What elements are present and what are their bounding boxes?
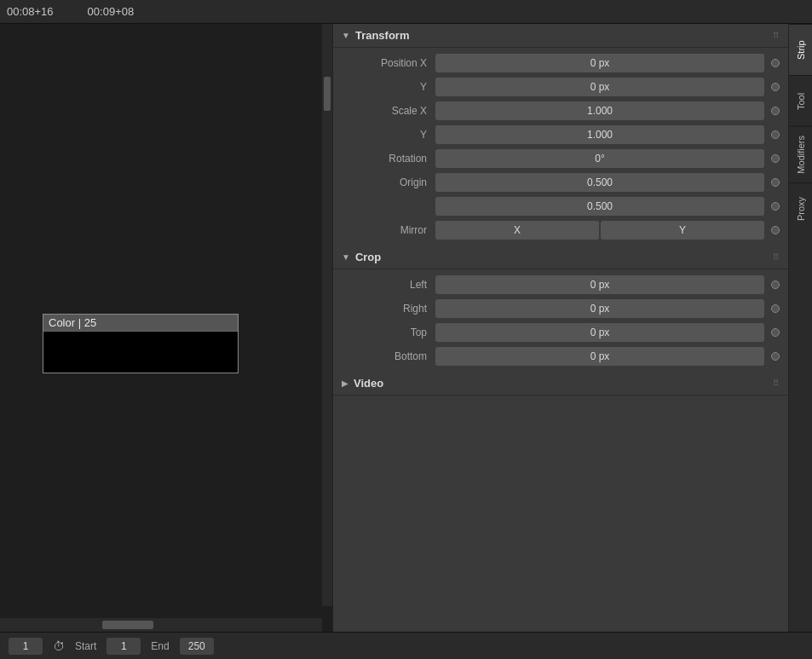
scale-y-keyframe-dot[interactable]: [771, 130, 780, 139]
origin-y-row: [333, 194, 788, 218]
timeline-header: 00:08+16 00:09+08: [0, 0, 812, 24]
preview-hscroll[interactable]: [0, 618, 322, 632]
tab-modifiers-label: Modifiers: [796, 136, 806, 174]
position-x-row: Position X: [333, 51, 788, 75]
transform-section-title: Transform: [355, 29, 768, 42]
scale-y-row: Y: [333, 123, 788, 147]
scale-x-keyframe-dot[interactable]: [771, 107, 780, 115]
position-y-label: Y: [350, 81, 435, 93]
end-label: End: [151, 640, 169, 652]
video-section-header[interactable]: ▶ Video ⠿: [333, 372, 788, 396]
origin-x-input[interactable]: [435, 173, 764, 192]
crop-left-label: Left: [350, 279, 435, 291]
crop-right-label: Right: [350, 303, 435, 315]
scale-x-input[interactable]: [435, 101, 764, 120]
preview-scrollbar[interactable]: [322, 24, 332, 606]
video-chevron-icon: ▶: [342, 379, 348, 388]
tab-strip-label: Strip: [796, 40, 806, 60]
position-y-input[interactable]: [435, 78, 764, 96]
preview-panel: Color | 25: [0, 24, 332, 632]
crop-left-row: Left: [333, 273, 788, 297]
origin-label: Origin: [350, 176, 435, 188]
main-area: Color | 25 ▼ Transform ⠿ Position X: [0, 24, 812, 632]
preview-canvas: Color | 25: [0, 24, 332, 632]
crop-left-input[interactable]: [435, 275, 764, 294]
preview-hscroll-thumb[interactable]: [102, 621, 153, 629]
position-y-keyframe-dot[interactable]: [771, 83, 780, 91]
crop-chevron-icon: ▼: [342, 252, 350, 262]
timeline-time-2: 00:09+08: [88, 5, 135, 18]
position-y-row: Y: [333, 75, 788, 99]
color-strip-label: Color | 25: [43, 315, 238, 332]
current-frame-field[interactable]: 1: [9, 638, 43, 655]
transform-section-dots: ⠿: [773, 31, 780, 40]
start-frame-field[interactable]: 1: [107, 638, 141, 655]
position-x-input[interactable]: [435, 54, 764, 72]
crop-right-input[interactable]: [435, 299, 764, 318]
crop-top-keyframe-dot[interactable]: [771, 328, 780, 337]
origin-x-keyframe-dot[interactable]: [771, 178, 780, 187]
mirror-x-button[interactable]: X: [435, 221, 599, 240]
mirror-buttons: X Y: [435, 221, 764, 240]
tab-strip[interactable]: Strip: [789, 24, 812, 75]
video-section-title: Video: [354, 377, 768, 390]
origin-x-row: Origin: [333, 171, 788, 194]
transform-section-body: Position X Y Scale X Y: [333, 48, 788, 246]
rotation-label: Rotation: [350, 153, 435, 165]
crop-section-body: Left Right Top Bottom: [333, 269, 788, 372]
properties-panel: ▼ Transform ⠿ Position X Y Scale X: [332, 24, 788, 632]
crop-bottom-keyframe-dot[interactable]: [771, 352, 780, 361]
rotation-keyframe-dot[interactable]: [771, 154, 780, 163]
rotation-row: Rotation: [333, 147, 788, 171]
position-x-label: Position X: [350, 57, 435, 69]
end-frame-field[interactable]: 250: [180, 638, 214, 655]
timer-icon: ⏱: [53, 639, 65, 653]
start-label: Start: [75, 640, 96, 652]
color-strip-swatch: [43, 332, 238, 373]
crop-top-row: Top: [333, 321, 788, 344]
rotation-input[interactable]: [435, 149, 764, 168]
timeline-time-1: 00:08+16: [7, 5, 54, 18]
crop-section-dots: ⠿: [773, 252, 780, 262]
crop-right-keyframe-dot[interactable]: [771, 304, 780, 313]
crop-bottom-label: Bottom: [350, 350, 435, 362]
position-x-keyframe-dot[interactable]: [771, 59, 780, 67]
origin-y-input[interactable]: [435, 197, 764, 216]
preview-scrollbar-thumb[interactable]: [324, 77, 331, 111]
tab-tool[interactable]: Tool: [789, 75, 812, 126]
transform-chevron-icon: ▼: [342, 31, 350, 40]
color-strip[interactable]: Color | 25: [43, 314, 239, 373]
tab-proxy[interactable]: Proxy: [789, 182, 812, 234]
mirror-row: Mirror X Y: [333, 218, 788, 242]
crop-left-keyframe-dot[interactable]: [771, 280, 780, 289]
scale-y-label: Y: [350, 129, 435, 141]
crop-bottom-input[interactable]: [435, 347, 764, 366]
tab-panel: Strip Tool Modifiers Proxy: [788, 24, 812, 632]
crop-section-header[interactable]: ▼ Crop ⠿: [333, 246, 788, 269]
crop-top-input[interactable]: [435, 323, 764, 342]
origin-y-keyframe-dot[interactable]: [771, 202, 780, 211]
bottom-bar: 1 ⏱ Start 1 End 250: [0, 632, 812, 659]
crop-right-row: Right: [333, 297, 788, 321]
transform-section-header[interactable]: ▼ Transform ⠿: [333, 24, 788, 48]
tab-tool-label: Tool: [796, 92, 806, 109]
crop-bottom-row: Bottom: [333, 344, 788, 368]
crop-section-title: Crop: [355, 251, 768, 263]
crop-top-label: Top: [350, 327, 435, 338]
tab-proxy-label: Proxy: [796, 196, 806, 220]
scale-y-input[interactable]: [435, 125, 764, 144]
video-section-dots: ⠿: [773, 379, 780, 388]
mirror-label: Mirror: [350, 224, 435, 236]
mirror-y-button[interactable]: Y: [601, 221, 764, 240]
tab-modifiers[interactable]: Modifiers: [789, 126, 812, 182]
scale-x-row: Scale X: [333, 99, 788, 123]
scale-x-label: Scale X: [350, 105, 435, 117]
mirror-keyframe-dot[interactable]: [771, 226, 780, 234]
